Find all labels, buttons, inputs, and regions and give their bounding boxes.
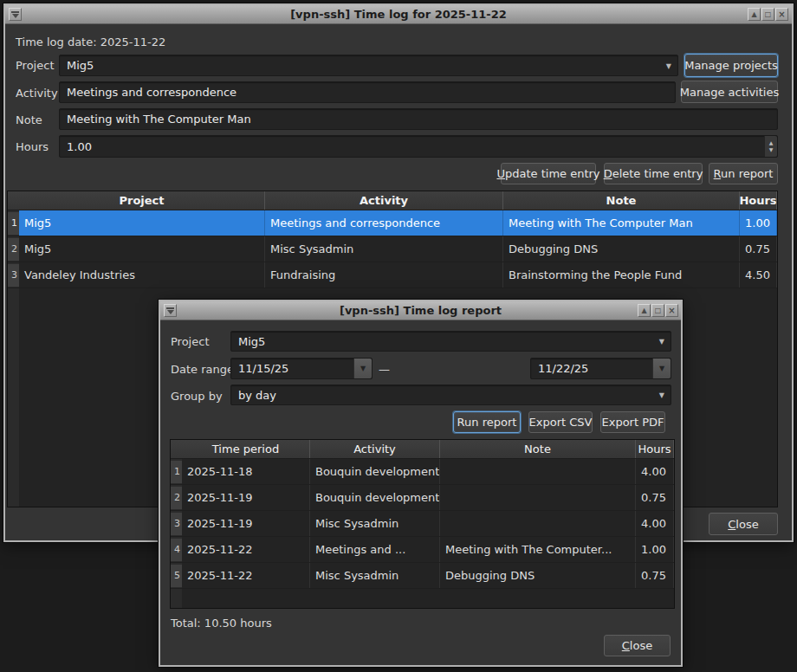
table-cell[interactable]: Meetings and correspondence bbox=[265, 210, 503, 236]
date-from-dropdown-button[interactable]: ▼ bbox=[353, 359, 372, 378]
main-close-label: Close bbox=[728, 518, 758, 531]
table-cell[interactable]: Bouquin development bbox=[310, 485, 440, 510]
dialog-titlebar[interactable]: [vpn-ssh] Time log report ▲ □ × bbox=[160, 301, 681, 320]
row-number: 2 bbox=[8, 238, 19, 261]
dialog-run-report-label: Run report bbox=[457, 416, 517, 429]
project-combobox[interactable]: Mig5 ▼ bbox=[59, 55, 678, 76]
column-header-hours[interactable]: Hours bbox=[740, 191, 777, 210]
row-number-cell: 4 bbox=[171, 537, 182, 562]
table-cell[interactable]: Debugging DNS bbox=[503, 236, 740, 262]
table-cell[interactable]: 0.75 bbox=[636, 485, 674, 510]
report-table: Time periodActivityNoteHours12025-11-18B… bbox=[170, 439, 675, 609]
table-cell[interactable]: Misc Sysadmin bbox=[265, 236, 503, 262]
manage-projects-label: Manage projects bbox=[684, 59, 778, 72]
column-header-time-period[interactable]: Time period bbox=[182, 440, 310, 458]
table-cell[interactable]: Misc Sysadmin bbox=[310, 511, 440, 536]
date-from-picker[interactable]: 11/15/25 ▼ bbox=[230, 358, 373, 379]
table-cell[interactable]: 2025-11-22 bbox=[182, 563, 310, 588]
dialog-shade-button[interactable]: ▲ bbox=[638, 304, 651, 317]
column-header-note[interactable]: Note bbox=[503, 191, 740, 210]
dialog-close-label: Close bbox=[622, 639, 652, 652]
activity-input[interactable]: Meetings and correspondence bbox=[59, 81, 676, 103]
table-row[interactable]: 32025-11-19Misc Sysadmin4.00 bbox=[171, 511, 674, 537]
date-to-picker[interactable]: 11/22/25 ▼ bbox=[530, 358, 671, 379]
table-row[interactable]: 12025-11-18Bouquin development4.00 bbox=[171, 459, 674, 485]
row-number: 1 bbox=[8, 212, 19, 235]
activity-label: Activity bbox=[16, 87, 58, 100]
table-cell[interactable]: Bouquin development bbox=[310, 459, 440, 484]
table-cell[interactable]: 2025-11-22 bbox=[182, 537, 310, 562]
table-row[interactable]: 22025-11-19Bouquin development0.75 bbox=[171, 485, 674, 511]
dialog-close-window-button[interactable]: × bbox=[665, 304, 678, 317]
row-number: 5 bbox=[171, 565, 182, 587]
column-header-activity[interactable]: Activity bbox=[310, 440, 440, 458]
hours-spinbox[interactable]: 1.00 ▲ ▼ bbox=[59, 135, 778, 158]
maximize-button[interactable]: □ bbox=[761, 8, 774, 21]
dialog-maximize-button[interactable]: □ bbox=[651, 304, 664, 317]
table-cell[interactable]: 4.50 bbox=[740, 262, 777, 288]
table-cell[interactable]: Meeting with The Computer Man bbox=[503, 210, 740, 236]
row-number-cell: 3 bbox=[8, 262, 19, 288]
table-cell[interactable] bbox=[440, 485, 636, 510]
table-cell[interactable]: Meetings and ... bbox=[310, 537, 440, 562]
table-cell[interactable]: Meeting with The Computer... bbox=[440, 537, 636, 562]
table-cell[interactable]: 1.00 bbox=[636, 537, 674, 562]
table-cell[interactable]: Misc Sysadmin bbox=[310, 563, 440, 588]
table-cell[interactable]: 2025-11-19 bbox=[182, 485, 310, 510]
export-pdf-button[interactable]: Export PDF bbox=[600, 411, 665, 433]
date-to-dropdown-button[interactable]: ▼ bbox=[652, 359, 671, 378]
table-cell[interactable]: 1.00 bbox=[740, 210, 777, 236]
table-cell[interactable]: Fundraising bbox=[265, 262, 503, 288]
report-project-label: Project bbox=[171, 335, 209, 348]
report-project-combobox[interactable]: Mig5 ▼ bbox=[230, 331, 671, 352]
column-header-hours[interactable]: Hours bbox=[636, 440, 674, 458]
table-row[interactable]: 42025-11-22Meetings and ...Meeting with … bbox=[171, 537, 674, 563]
dialog-body: Project Mig5 ▼ Date range 11/15/25 ▼ — 1… bbox=[160, 321, 681, 665]
table-cell[interactable]: 2025-11-19 bbox=[182, 511, 310, 536]
table-cell[interactable]: 4.00 bbox=[636, 511, 674, 536]
table-cell[interactable]: Mig5 bbox=[19, 236, 265, 262]
delete-time-entry-button[interactable]: Delete time entry bbox=[604, 163, 703, 184]
table-cell[interactable]: 4.00 bbox=[636, 459, 674, 484]
table-row[interactable]: 52025-11-22Misc SysadminDebugging DNS0.7… bbox=[171, 563, 674, 589]
delete-time-entry-label: Delete time entry bbox=[604, 167, 703, 180]
hours-spin-buttons[interactable]: ▲ ▼ bbox=[764, 136, 777, 157]
table-cell[interactable]: Mig5 bbox=[19, 210, 265, 236]
table-cell[interactable]: 0.75 bbox=[740, 236, 777, 262]
main-window-titlebar[interactable]: [vpn-ssh] Time log for 2025-11-22 ▲ □ × bbox=[5, 5, 792, 24]
main-window-title: [vpn-ssh] Time log for 2025-11-22 bbox=[5, 8, 792, 21]
table-cell[interactable]: Debugging DNS bbox=[440, 563, 636, 588]
export-pdf-label: Export PDF bbox=[601, 416, 664, 429]
row-number-cell: 2 bbox=[8, 236, 19, 262]
table-cell[interactable]: Vandeley Industries bbox=[19, 262, 265, 288]
table-cell[interactable]: 2025-11-18 bbox=[182, 459, 310, 484]
date-from-value: 11/15/25 bbox=[238, 362, 288, 375]
update-time-entry-button[interactable]: Update time entry bbox=[501, 163, 596, 184]
table-row[interactable]: 2Mig5Misc SysadminDebugging DNS0.75 bbox=[8, 236, 777, 262]
manage-projects-button[interactable]: Manage projects bbox=[684, 54, 778, 77]
column-header-project[interactable]: Project bbox=[19, 191, 265, 210]
close-icon: × bbox=[668, 307, 675, 314]
export-csv-button[interactable]: Export CSV bbox=[528, 411, 593, 433]
note-label: Note bbox=[16, 113, 42, 126]
row-number-cell: 2 bbox=[171, 485, 182, 510]
chevron-down-icon: ▼ bbox=[360, 365, 366, 372]
table-row[interactable]: 3Vandeley IndustriesFundraisingBrainstor… bbox=[8, 262, 777, 288]
close-window-button[interactable]: × bbox=[775, 8, 788, 21]
table-cell[interactable]: 0.75 bbox=[636, 563, 674, 588]
note-input[interactable]: Meeting with The Computer Man bbox=[59, 108, 778, 130]
run-report-button[interactable]: Run report bbox=[709, 163, 778, 184]
table-cell[interactable] bbox=[440, 459, 636, 484]
manage-activities-button[interactable]: Manage activities bbox=[681, 81, 778, 103]
column-header-activity[interactable]: Activity bbox=[265, 191, 503, 210]
dialog-close-button[interactable]: Close bbox=[604, 635, 671, 656]
dialog-run-report-button[interactable]: Run report bbox=[453, 411, 521, 433]
group-by-combobox[interactable]: by day ▼ bbox=[230, 384, 671, 405]
table-row[interactable]: 1Mig5Meetings and correspondenceMeeting … bbox=[8, 210, 777, 236]
table-cell[interactable] bbox=[440, 511, 636, 536]
shade-button[interactable]: ▲ bbox=[748, 8, 761, 21]
table-header-row: ProjectActivityNoteHours bbox=[8, 191, 777, 210]
main-close-button[interactable]: Close bbox=[709, 513, 778, 535]
table-cell[interactable]: Brainstorming the People Fund bbox=[503, 262, 740, 288]
column-header-note[interactable]: Note bbox=[440, 440, 636, 458]
